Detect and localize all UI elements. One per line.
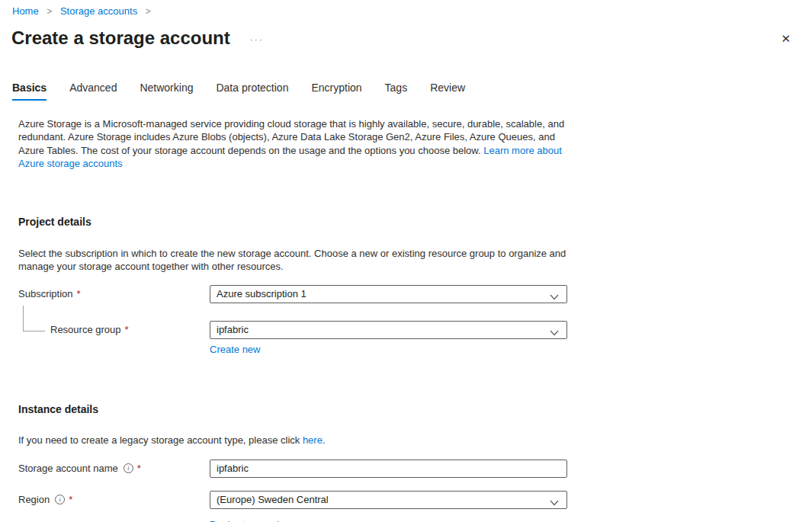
create-storage-account-page: Home > Storage accounts > Create a stora…: [0, 0, 812, 522]
close-icon[interactable]: ✕: [778, 31, 794, 46]
info-icon[interactable]: i: [124, 463, 133, 473]
subscription-label: Subscription *: [18, 288, 210, 299]
info-icon[interactable]: i: [55, 495, 65, 504]
chevron-down-icon: [550, 497, 559, 508]
legacy-here-link[interactable]: here: [303, 434, 323, 446]
page-title: Create a storage account: [11, 27, 230, 50]
resource-group-label: Resource group *: [18, 324, 210, 335]
intro-text: Azure Storage is a Microsoft-managed ser…: [18, 117, 569, 170]
tab-advanced[interactable]: Advanced: [69, 82, 117, 101]
tab-networking[interactable]: Networking: [140, 82, 193, 101]
tab-tags[interactable]: Tags: [385, 82, 408, 101]
breadcrumb-storage-accounts[interactable]: Storage accounts: [60, 5, 137, 17]
project-details-description: Select the subscription in which to crea…: [18, 247, 569, 274]
subscription-dropdown-value: Azure subscription 1: [217, 288, 307, 299]
tab-data-protection[interactable]: Data protection: [216, 82, 288, 101]
subscription-label-text: Subscription: [18, 288, 73, 299]
deploy-edge-zone-link[interactable]: Deploy to an edge zone: [210, 519, 314, 522]
instance-details-heading: Instance details: [18, 403, 812, 415]
region-dropdown-value: (Europe) Sweden Central: [217, 494, 329, 505]
basics-tab-content: Azure Storage is a Microsoft-managed ser…: [0, 101, 812, 522]
resource-group-connector-line: [23, 306, 45, 331]
legacy-account-note: If you need to create a legacy storage a…: [18, 435, 812, 446]
region-label-text: Region: [18, 494, 50, 505]
legacy-note-text: If you need to create a legacy storage a…: [18, 434, 303, 446]
intro-body: Azure Storage is a Microsoft-managed ser…: [18, 118, 564, 156]
breadcrumb-home[interactable]: Home: [12, 5, 39, 17]
resource-group-label-text: Resource group: [50, 324, 121, 335]
region-dropdown[interactable]: (Europe) Sweden Central: [210, 491, 567, 509]
chevron-down-icon: [550, 327, 559, 338]
breadcrumb-separator-icon: >: [47, 6, 52, 17]
storage-account-name-label: Storage account name i *: [18, 463, 210, 474]
required-marker: *: [137, 463, 141, 474]
project-fields: Subscription * Azure subscription 1 Reso…: [18, 285, 812, 355]
storage-account-name-label-text: Storage account name: [18, 463, 118, 474]
create-new-resource-group-link[interactable]: Create new: [210, 344, 260, 355]
required-marker: *: [125, 324, 129, 335]
storage-account-name-input[interactable]: [210, 460, 567, 478]
breadcrumb-separator-icon: >: [146, 6, 151, 17]
storage-account-name-field-row: Storage account name i *: [18, 460, 812, 478]
more-options-icon[interactable]: ···: [250, 34, 264, 45]
subscription-field-row: Subscription * Azure subscription 1: [18, 285, 812, 303]
region-label: Region i *: [18, 494, 210, 505]
tab-basics[interactable]: Basics: [12, 82, 47, 101]
required-marker: *: [77, 288, 81, 299]
project-details-heading: Project details: [18, 216, 812, 228]
required-marker: *: [69, 494, 72, 505]
tab-encryption[interactable]: Encryption: [311, 82, 361, 101]
tab-review[interactable]: Review: [430, 82, 465, 101]
subscription-dropdown[interactable]: Azure subscription 1: [210, 285, 567, 303]
resource-group-dropdown[interactable]: ipfabric: [210, 321, 567, 339]
region-field-row: Region i * (Europe) Sweden Central: [18, 491, 812, 509]
breadcrumb: Home > Storage accounts >: [0, 0, 812, 18]
resource-group-dropdown-value: ipfabric: [217, 324, 249, 335]
legacy-note-period: .: [323, 434, 326, 446]
page-header: Create a storage account ··· ✕: [11, 27, 794, 50]
resource-group-field-row: Resource group * ipfabric: [18, 321, 812, 339]
chevron-down-icon: [550, 291, 559, 303]
tab-bar: Basics Advanced Networking Data protecti…: [12, 82, 812, 101]
